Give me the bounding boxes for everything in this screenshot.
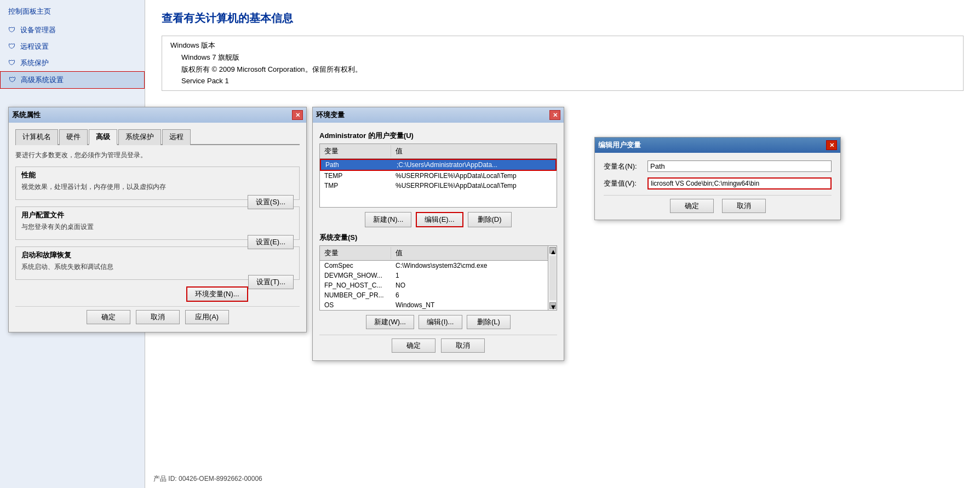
sysprop-ok-button[interactable]: 确定	[87, 310, 130, 324]
sidebar-item-remote-settings[interactable]: 🛡 远程设置	[0, 38, 145, 55]
shield-icon-advanced: 🛡	[9, 76, 18, 84]
sys-vars-scrollbar[interactable]: ▲ ▼	[548, 246, 557, 310]
user-var-temp-value: %USERPROFILE%\AppData\Local\Temp	[391, 171, 557, 180]
editvar-ok-button[interactable]: 确定	[670, 199, 714, 213]
user-var-temp-name: TEMP	[320, 171, 391, 180]
user-profile-settings-button[interactable]: 设置(E)...	[248, 235, 294, 249]
windows-version-value: Windows 7 旗舰版	[181, 53, 955, 62]
close-icon-editvar: ✕	[829, 142, 834, 149]
sys-var-fpno-row[interactable]: FP_NO_HOST_C... NO	[320, 280, 548, 290]
sys-var-fpno-value: NO	[391, 281, 548, 290]
sidebar-label-advanced-settings: 高级系统设置	[21, 75, 64, 85]
user-var-path-name: Path	[321, 160, 392, 169]
user-var-tmp-row[interactable]: TMP %USERPROFILE%\AppData\Local\Temp	[320, 181, 557, 191]
sys-edit-button[interactable]: 编辑(I)...	[419, 315, 462, 329]
user-delete-button[interactable]: 删除(D)	[468, 212, 512, 227]
envvar-footer: 确定 取消	[319, 335, 557, 355]
sysprop-titlebar: 系统属性 ✕	[9, 107, 306, 123]
envvar-body: Administrator 的用户变量(U) 变量 值 Path ;C:\Use…	[313, 123, 564, 360]
sidebar-item-system-protection[interactable]: 🛡 系统保护	[0, 55, 145, 71]
user-vars-header: 变量 值	[320, 144, 557, 159]
editvar-cancel-button[interactable]: 取消	[722, 199, 766, 213]
sys-val-column-header: 值	[391, 247, 548, 259]
user-profile-section: 用户配置文件 与您登录有关的桌面设置 设置(E)...	[15, 206, 300, 240]
user-var-temp-row[interactable]: TEMP %USERPROFILE%\AppData\Local\Temp	[320, 171, 557, 181]
sys-var-fpno-name: FP_NO_HOST_C...	[320, 281, 391, 290]
sysprop-title: 系统属性	[12, 110, 41, 120]
sidebar-label-device-manager: 设备管理器	[20, 25, 56, 35]
editvar-titlebar: 编辑用户变量 ✕	[595, 137, 840, 153]
sysprop-footer: 确定 取消 应用(A)	[15, 306, 300, 326]
close-icon-envvar: ✕	[553, 112, 558, 119]
user-edit-button[interactable]: 编辑(E)...	[416, 212, 463, 227]
var-name-display: Path	[647, 160, 832, 172]
tab-remote[interactable]: 远程	[162, 129, 191, 145]
env-variables-button[interactable]: 环境变量(N)...	[186, 286, 248, 302]
startup-recovery-desc: 系统启动、系统失败和调试信息	[21, 262, 294, 272]
service-pack: Service Pack 1	[181, 77, 955, 85]
sidebar-title: 控制面板主页	[0, 0, 145, 22]
sys-var-os-name: OS	[320, 301, 391, 309]
var-value-label: 变量值(V):	[604, 179, 647, 188]
sidebar-item-device-manager[interactable]: 🛡 设备管理器	[0, 22, 145, 38]
sys-var-devmgr-value: 1	[391, 271, 548, 280]
admin-warning: 要进行大多数更改，您必须作为管理员登录。	[15, 151, 300, 160]
editvar-close-button[interactable]: ✕	[826, 140, 837, 150]
sysprop-cancel-button[interactable]: 取消	[136, 310, 180, 324]
sys-delete-button[interactable]: 删除(L)	[467, 315, 511, 329]
windows-version-box: Windows 版本 Windows 7 旗舰版 版权所有 © 2009 Mic…	[162, 36, 964, 91]
user-new-button[interactable]: 新建(N)...	[365, 212, 411, 227]
tab-bar: 计算机名 硬件 高级 系统保护 远程	[15, 128, 300, 145]
sys-var-numproc-name: NUMBER_OF_PR...	[320, 291, 391, 300]
sidebar-item-advanced-settings[interactable]: 🛡 高级系统设置	[0, 71, 145, 89]
page-title: 查看有关计算机的基本信息	[162, 11, 964, 26]
val-column-header: 值	[391, 145, 557, 157]
sys-var-os-value: Windows_NT	[391, 301, 548, 309]
tab-advanced[interactable]: 高级	[89, 129, 117, 145]
product-id: 产品 ID: 00426-OEM-8992662-00006	[153, 474, 262, 484]
var-value-input[interactable]	[647, 177, 832, 190]
user-vars-table: 变量 值 Path ;C:\Users\Administrator\AppDat…	[319, 143, 557, 208]
sysprop-apply-button[interactable]: 应用(A)	[185, 310, 229, 324]
tab-hardware[interactable]: 硬件	[59, 129, 88, 145]
user-var-tmp-value: %USERPROFILE%\AppData\Local\Temp	[391, 181, 557, 190]
startup-recovery-section: 启动和故障恢复 系统启动、系统失败和调试信息 设置(T)...	[15, 246, 300, 280]
sys-var-devmgr-row[interactable]: DEVMGR_SHOW... 1	[320, 271, 548, 280]
sys-var-numproc-row[interactable]: NUMBER_OF_PR... 6	[320, 290, 548, 300]
performance-desc: 视觉效果，处理器计划，内存使用，以及虚拟内存	[21, 182, 294, 192]
user-vars-title: Administrator 的用户变量(U)	[319, 131, 557, 141]
sys-var-column-header: 变量	[320, 247, 391, 259]
windows-version-label: Windows 版本	[170, 41, 955, 50]
user-var-path-row[interactable]: Path ;C:\Users\Administrator\AppData...	[320, 159, 557, 171]
startup-recovery-settings-button[interactable]: 设置(T)...	[248, 275, 294, 289]
user-var-path-value: ;C:\Users\Administrator\AppData...	[392, 160, 555, 169]
envvar-dialog: 环境变量 ✕ Administrator 的用户变量(U) 变量 值 Path …	[312, 107, 564, 361]
sys-var-comspec-value: C:\Windows\system32\cmd.exe	[391, 261, 548, 270]
performance-title: 性能	[21, 170, 294, 180]
envvar-titlebar: 环境变量 ✕	[313, 107, 564, 123]
close-icon: ✕	[295, 112, 300, 119]
shield-icon-device: 🛡	[8, 26, 17, 35]
performance-section: 性能 视觉效果，处理器计划，内存使用，以及虚拟内存 设置(S)...	[15, 167, 300, 200]
tab-system-protection[interactable]: 系统保护	[118, 129, 161, 145]
envvar-close-button[interactable]: ✕	[549, 110, 560, 120]
shield-icon-sysprot: 🛡	[8, 59, 17, 67]
sysprop-body: 计算机名 硬件 高级 系统保护 远程 要进行大多数更改，您必须作为管理员登录。 …	[9, 123, 306, 332]
editvar-title: 编辑用户变量	[598, 140, 641, 150]
envvar-ok-button[interactable]: 确定	[392, 338, 435, 353]
sys-new-button[interactable]: 新建(W)...	[366, 315, 414, 329]
startup-recovery-title: 启动和故障恢复	[21, 250, 294, 260]
var-column-header: 变量	[320, 145, 391, 157]
performance-settings-button[interactable]: 设置(S)...	[248, 195, 294, 209]
sys-var-comspec-row[interactable]: ComSpec C:\Windows\system32\cmd.exe	[320, 261, 548, 271]
var-value-row: 变量值(V):	[604, 177, 832, 190]
sysprop-close-button[interactable]: ✕	[292, 110, 303, 120]
sys-var-devmgr-name: DEVMGR_SHOW...	[320, 271, 391, 280]
var-name-label: 变量名(N):	[604, 162, 647, 171]
editvar-footer: 确定 取消	[604, 195, 832, 215]
editvar-dialog: 编辑用户变量 ✕ 变量名(N): Path 变量值(V): 确定 取消	[594, 137, 841, 220]
user-profile-desc: 与您登录有关的桌面设置	[21, 222, 294, 232]
envvar-cancel-button[interactable]: 取消	[441, 338, 485, 353]
sys-var-os-row[interactable]: OS Windows_NT	[320, 300, 548, 310]
tab-computer-name[interactable]: 计算机名	[15, 129, 58, 145]
